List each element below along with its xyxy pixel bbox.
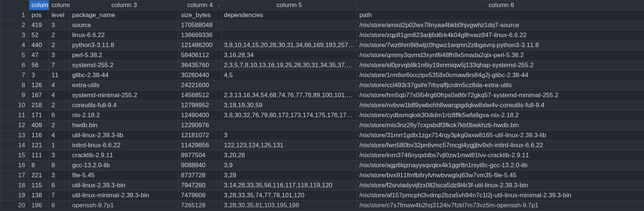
cell[interactable]: 24221600 <box>179 80 222 90</box>
cell[interactable]: /nix/store/inrn3746nyqxblbs7vjl0zw1mwl81… <box>357 151 644 161</box>
cell[interactable]: 11 <box>49 70 70 80</box>
table-row[interactable]: 201966openssh-9.7p172651283,28,30,35,81,… <box>0 201 644 211</box>
cell[interactable]: 3 <box>49 20 70 30</box>
cell[interactable]: systemd-minimal-255.2 <box>70 90 179 100</box>
cell[interactable]: 136669336 <box>179 30 222 40</box>
cell[interactable]: 218 <box>29 100 49 111</box>
cell[interactable]: 126 <box>29 80 49 90</box>
row-number-cell[interactable]: 11 <box>0 111 29 121</box>
row-number-cell[interactable]: 8 <box>0 80 29 90</box>
column-header-6[interactable]: column 6 <box>357 0 644 10</box>
cell[interactable]: 6 <box>49 201 70 211</box>
cell[interactable]: initrd-linux-6.6.22 <box>70 141 179 151</box>
cell[interactable]: file-5.45 <box>70 171 179 181</box>
row-number-cell[interactable]: 6 <box>0 60 29 70</box>
cell[interactable]: /nix/store/31mrr1gdlx1zgx714rqy3pkg0axw8… <box>357 131 644 141</box>
cell[interactable]: 440 <box>29 40 49 50</box>
cell[interactable]: 52 <box>29 30 49 40</box>
table-row[interactable]: 5473perl-5.38.2584061123,16,28,34/nix/st… <box>0 50 644 60</box>
table-row[interactable]: 24193source170588048/nix/store/amxd2p02w… <box>0 20 644 30</box>
column-header-4[interactable]: column 4 ↓ <box>179 0 222 10</box>
table-row[interactable]: 102182coreutils-full-9.4127989523,18,19,… <box>0 100 644 111</box>
cell[interactable]: coreutils-full-9.4 <box>70 100 179 111</box>
cell[interactable]: /nix/store/ccl493r37gsihr7rbyaffjcrdm5cz… <box>357 80 644 90</box>
cell[interactable]: /nix/store/mis3nz26y7cxpsbdf3fkck7kb0bwk… <box>357 121 644 131</box>
cell[interactable]: source <box>70 20 179 30</box>
cell[interactable] <box>222 30 357 40</box>
cell[interactable]: /nix/store/zqp81gm823adj6d6rk4k04gllhvwz… <box>357 30 644 40</box>
cell[interactable]: 1 <box>49 141 70 151</box>
cell[interactable]: 12290976 <box>179 121 222 131</box>
cell[interactable]: 6 <box>49 111 70 121</box>
cell[interactable]: /nix/store/bvx911fmfb8ryfvhwbvwglxj63w7v… <box>357 171 644 181</box>
table-row[interactable]: 1688gcc-13.2.0-lib90888403,9/nix/store/a… <box>0 161 644 171</box>
cell[interactable]: package_name <box>70 10 179 20</box>
cell[interactable]: 419 <box>29 20 49 30</box>
cell[interactable]: 9977504 <box>179 151 222 161</box>
cell[interactable]: 58406112 <box>179 50 222 60</box>
cell[interactable]: /nix/store/7wz6hm9i8wljz0hgwz1wqmn2zlbga… <box>357 40 644 50</box>
cell[interactable] <box>222 80 357 90</box>
cell[interactable]: 3 <box>49 50 70 60</box>
cell[interactable] <box>222 20 357 30</box>
cell[interactable]: 121486200 <box>179 40 222 50</box>
cell[interactable]: /nix/store/fwn580bv32pn6vmc57mcgl4ygjjbv… <box>357 141 644 151</box>
table-row[interactable]: 3522linux-6.6.22136669336/nix/store/zqp8… <box>0 30 644 40</box>
cell[interactable]: 3 <box>222 131 357 141</box>
cell[interactable]: /nix/store/id0prvqb8k1n6iy19xnmiqw5j133q… <box>357 60 644 70</box>
cell[interactable]: 3,28,30,35,81,103,195,198 <box>222 201 357 211</box>
row-number-cell[interactable]: 12 <box>0 121 29 131</box>
cell[interactable]: 11429856 <box>179 141 222 151</box>
cell[interactable]: path <box>357 10 644 20</box>
cell[interactable]: 7 <box>49 191 70 201</box>
cell[interactable]: 30260440 <box>179 70 222 80</box>
row-number-cell[interactable]: 3 <box>0 30 29 40</box>
table-row[interactable]: 1poslevelpackage_namesize_bytesdependenc… <box>0 10 644 20</box>
cell[interactable]: linux-6.6.22 <box>70 30 179 40</box>
cell[interactable]: util-linux-minimal-2.39.3-bin <box>70 191 179 201</box>
cell[interactable]: glibc-2.38-44 <box>70 70 179 80</box>
cell[interactable]: 6 <box>49 181 70 191</box>
cell[interactable]: gcc-13.2.0-lib <box>70 161 179 171</box>
cell[interactable]: 196 <box>29 201 49 211</box>
cell[interactable]: 122,123,124,125,131 <box>222 141 357 151</box>
row-number-cell[interactable]: 5 <box>0 50 29 60</box>
cell[interactable]: 4 <box>49 131 70 141</box>
cell[interactable]: 8 <box>29 161 49 171</box>
table-row[interactable]: 131164util-linux-2.39.3-lib121810723/nix… <box>0 131 644 141</box>
cell[interactable]: 7265128 <box>179 201 222 211</box>
cell[interactable]: 7479608 <box>179 191 222 201</box>
cell[interactable]: hwdb.bin <box>70 121 179 131</box>
cell[interactable]: pos <box>29 10 49 20</box>
cell[interactable]: /nix/store/cydbsmqkxk30didm1rlz8ffk5wfa9… <box>357 111 644 121</box>
cell[interactable]: /nix/store/qmmy3qvmd3xynlfii48fh9x5mada2… <box>357 50 644 60</box>
cell[interactable]: /nix/store/c7s7fmaw4b2hq3124iv7fzkl7m73v… <box>357 201 644 211</box>
cell[interactable]: 171 <box>29 111 49 121</box>
cell[interactable]: python3-3.11.8 <box>70 40 179 50</box>
cell[interactable]: 138 <box>29 191 49 201</box>
table-row[interactable]: 172213file-5.4587377283,28/nix/store/bvx… <box>0 171 644 181</box>
row-number-cell[interactable]: 7 <box>0 70 29 80</box>
column-header-1[interactable]: colum <box>29 0 49 10</box>
cell[interactable]: cracklib-2.9.11 <box>70 151 179 161</box>
table-row[interactable]: 151113cracklib-2.9.1199775043,20,28/nix/… <box>0 151 644 161</box>
cell[interactable]: /nix/store/hm5qb77x0i54rg60frps0a86r72gk… <box>357 90 644 100</box>
cell[interactable]: /nix/store/agp6lqznayysqvqkx4k1ggr8n1rsy… <box>357 161 644 171</box>
row-number-cell[interactable]: 18 <box>0 181 29 191</box>
cell[interactable]: 121 <box>29 141 49 151</box>
cell[interactable]: 12181072 <box>179 131 222 141</box>
cell[interactable]: 4 <box>49 80 70 90</box>
cell[interactable]: 4 <box>49 90 70 100</box>
cell[interactable]: 7 <box>49 60 70 70</box>
cell[interactable]: 8 <box>49 161 70 171</box>
row-number-cell[interactable]: 16 <box>0 161 29 171</box>
cell[interactable]: 3,8,30,32,76,79,80,172,173,174,175,176,1… <box>222 111 357 121</box>
row-number-cell[interactable]: 9 <box>0 90 29 100</box>
cell[interactable]: 3,28 <box>222 171 357 181</box>
row-number-cell[interactable]: 2 <box>0 20 29 30</box>
cell[interactable]: extra-utils <box>70 80 179 90</box>
cell[interactable]: 170588048 <box>179 20 222 30</box>
cell[interactable]: 12490400 <box>179 111 222 121</box>
cell[interactable]: 12798952 <box>179 100 222 111</box>
cell[interactable]: util-linux-2.39.3-lib <box>70 131 179 141</box>
